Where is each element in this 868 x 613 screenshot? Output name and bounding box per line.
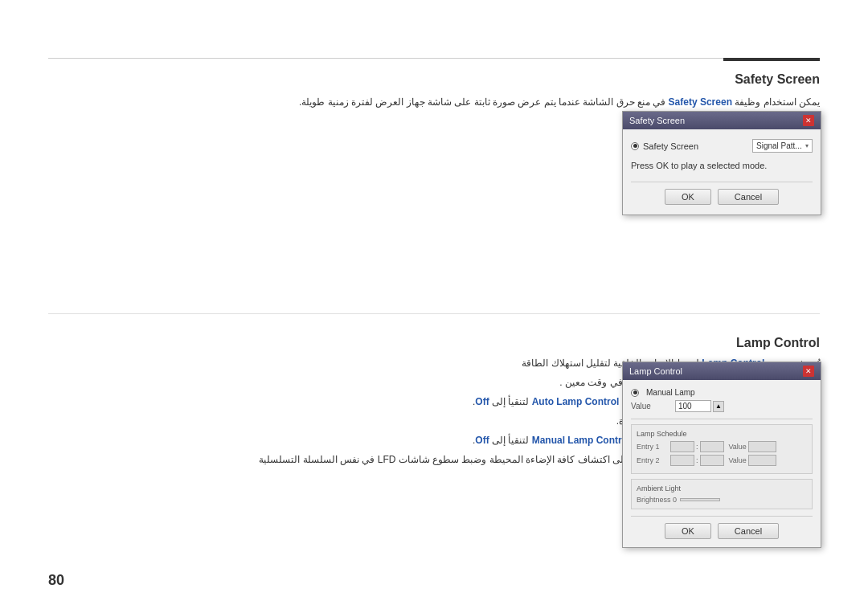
lamp-entry2-hour[interactable] (670, 455, 694, 466)
top-separator (48, 58, 820, 59)
lamp-dialog-button-row: OK Cancel (631, 516, 813, 539)
lamp-entry2-value[interactable] (748, 455, 776, 466)
lamp-entry1-value-label: Value (729, 443, 747, 451)
lamp-value-input[interactable] (675, 400, 711, 412)
safety-ok-button[interactable]: OK (665, 189, 711, 205)
lamp-ok-button[interactable]: OK (665, 523, 711, 539)
safety-dialog-body: Safety Screen Signal Patt... ▾ Press OK … (623, 129, 821, 215)
safety-screen-title: Safety Screen (735, 72, 820, 87)
right-accent-bar (723, 58, 820, 61)
lamp-body-separator (631, 419, 813, 419)
lamp-entry2-colon: : (696, 456, 698, 464)
lamp-manual-highlight2: Manual Lamp Control (532, 435, 631, 446)
safety-cancel-button[interactable]: Cancel (718, 189, 779, 205)
lamp-entry2-label: Entry 2 (637, 456, 669, 464)
safety-screen-dropdown[interactable]: Signal Patt... ▾ (752, 139, 813, 153)
lamp-value-stepper-up[interactable]: ▲ (713, 401, 724, 412)
safety-screen-dropdown-value: Signal Patt... (756, 141, 802, 150)
mid-separator (48, 313, 820, 314)
lamp-entry1-hour[interactable] (670, 441, 694, 452)
lamp-ambient-title: Ambient Light (637, 484, 807, 492)
lamp-ambient-row: Brightness 0 (637, 496, 807, 504)
safety-screen-radio[interactable] (631, 142, 639, 150)
lamp-off-highlight2: Off (475, 435, 489, 446)
safety-screen-dialog: Safety Screen ✕ Safety Screen Signal Pat… (622, 111, 821, 215)
safety-screen-radio-label: Safety Screen (643, 141, 752, 151)
lamp-manual-label: Manual Lamp (646, 388, 695, 397)
lamp-auto-highlight: Auto Lamp Control (532, 396, 620, 407)
lamp-dialog-titlebar: Lamp Control ✕ (623, 362, 821, 380)
arabic-text-after-highlight: في منع حرق الشاشة عندما يتم عرض صورة ثاب… (299, 96, 669, 108)
lamp-schedule-title: Lamp Schedule (637, 430, 807, 438)
lamp-schedule-entry2-row: Entry 2 : Value (637, 455, 807, 466)
lamp-manual-section: Manual Lamp Value ▲ (631, 388, 813, 412)
lamp-manual-title-row: Manual Lamp (631, 388, 813, 397)
lamp-entry1-label: Entry 1 (637, 443, 669, 451)
lamp-off-highlight1: Off (475, 396, 489, 407)
lamp-cancel-button[interactable]: Cancel (718, 523, 779, 539)
lamp-manual-radio[interactable] (631, 389, 639, 397)
safety-dialog-title: Safety Screen (629, 116, 685, 125)
lamp-control-dialog: Lamp Control ✕ Manual Lamp Value ▲ Lamp … (622, 362, 821, 548)
lamp-schedule-section: Lamp Schedule Entry 1 : Value Entry 2 : … (631, 424, 813, 474)
lamp-schedule-entry1-row: Entry 1 : Value (637, 441, 807, 452)
lamp-entry2-value-label: Value (729, 456, 747, 464)
safety-dialog-message: Press OK to play a selected mode. (631, 161, 813, 170)
lamp-entry2-minute[interactable] (700, 455, 724, 466)
lamp-entry1-minute[interactable] (700, 441, 724, 452)
lamp-dialog-title: Lamp Control (629, 366, 682, 376)
lamp-control-title: Lamp Control (736, 336, 820, 350)
lamp-value-row: Value ▲ (631, 400, 813, 412)
page-number: 80 (48, 572, 64, 589)
lamp-dialog-close-button[interactable]: ✕ (803, 366, 814, 377)
safety-dialog-button-row: OK Cancel (631, 182, 813, 205)
lamp-value-label: Value (631, 402, 675, 411)
lamp-ambient-section: Ambient Light Brightness 0 (631, 479, 813, 509)
safety-screen-arabic-text: يمكن استخدام وظيفة Safety Screen في منع … (161, 95, 820, 110)
lamp-dialog-body: Manual Lamp Value ▲ Lamp Schedule Entry … (623, 380, 821, 547)
dropdown-arrow-icon: ▾ (805, 142, 809, 149)
safety-screen-highlight-link: Safety Screen (669, 96, 732, 108)
safety-dialog-option-row: Safety Screen Signal Patt... ▾ (631, 139, 813, 153)
arabic-text-before-highlight: يمكن استخدام وظيفة (732, 96, 820, 108)
safety-dialog-close-button[interactable]: ✕ (803, 115, 814, 126)
lamp-entry1-value[interactable] (748, 441, 776, 452)
lamp-entry1-colon: : (696, 443, 698, 451)
safety-dialog-titlebar: Safety Screen ✕ (623, 112, 821, 129)
lamp-brightness-label: Brightness 0 (637, 496, 677, 504)
lamp-brightness-dropdown[interactable] (680, 498, 720, 501)
